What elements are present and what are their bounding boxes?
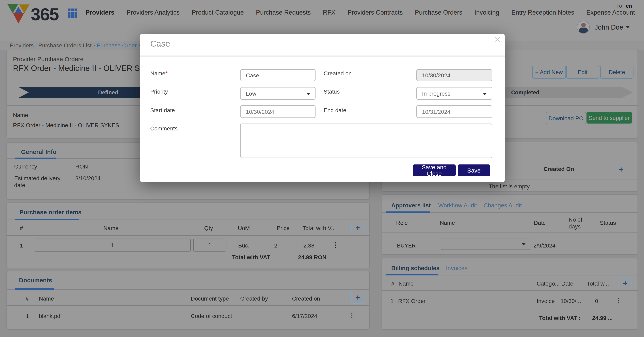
nav-item-purchase-requests[interactable]: Purchase Requests: [256, 9, 311, 16]
tab-underline: [386, 274, 438, 276]
add-document-button[interactable]: +: [351, 292, 364, 304]
comments-textarea[interactable]: [240, 124, 492, 158]
row-divider: [7, 253, 370, 253]
currency-label: Currency: [14, 163, 37, 170]
col-type: Document type: [191, 295, 229, 302]
app-logo[interactable]: [7, 3, 30, 24]
add-case-button[interactable]: +: [615, 164, 628, 176]
tab-general-info[interactable]: General Info: [21, 148, 56, 155]
row-created-on: 6/17/2024: [292, 313, 317, 319]
tab-underline: [15, 219, 79, 220]
start-date-input[interactable]: [240, 105, 316, 118]
lang-en[interactable]: en: [626, 3, 632, 9]
documents-card: Documents # Name Document type Created b…: [6, 271, 370, 330]
nav-item-rfx[interactable]: RFX: [323, 9, 335, 16]
tab-billing-schedules[interactable]: Billing schedules: [391, 265, 440, 272]
po-subtitle: Provider Purchase Ordere: [13, 56, 84, 62]
lang-ro[interactable]: ro: [617, 3, 622, 9]
row-category: Invoice: [537, 298, 555, 304]
created-on-label: Created on: [324, 70, 352, 76]
avatar-head: [581, 23, 586, 27]
col-qty: Qty: [193, 225, 224, 231]
logo-365-text: 365: [31, 4, 59, 24]
save-button[interactable]: Save: [458, 164, 490, 176]
user-name[interactable]: John Doe: [594, 24, 623, 31]
nav-item-expense-account[interactable]: Expense Account: [586, 9, 635, 16]
add-billing-button[interactable]: +: [618, 278, 632, 289]
total-value: 24.99 ...: [592, 315, 612, 321]
col-name: Name: [34, 225, 188, 231]
send-to-supplier-button[interactable]: Send to supplier: [586, 112, 632, 124]
col-created-on: Created on: [292, 295, 320, 302]
tab-changes-audit[interactable]: Changes Audit: [484, 202, 522, 208]
avatar[interactable]: [577, 21, 590, 34]
add-po-item-button[interactable]: +: [351, 222, 364, 234]
total-value: 24.99 RON: [298, 254, 326, 260]
approver-name-select[interactable]: [441, 238, 530, 250]
row-uom: Buc.: [232, 242, 256, 249]
delivery-value: 3/10/2024: [75, 175, 101, 182]
edit-button[interactable]: Edit: [566, 66, 599, 78]
row-actions-kebab-icon[interactable]: ⋮: [332, 241, 339, 249]
status-select[interactable]: In progress: [416, 87, 492, 100]
save-and-close-button[interactable]: Save and Close: [413, 164, 456, 176]
col-price: Price: [277, 225, 290, 231]
start-date-label: Start date: [150, 107, 175, 114]
header-divider: [7, 306, 370, 306]
col-name: Name: [440, 220, 455, 226]
col-num: #: [391, 280, 394, 287]
currency-value: RON: [75, 163, 88, 170]
nav-item-product-catalogue[interactable]: Product Catalogue: [192, 9, 244, 16]
tab-divider: [7, 289, 370, 290]
required-asterisk: *: [166, 70, 168, 76]
row-date: 2/9/2024: [534, 242, 556, 249]
row-actions-kebab-icon[interactable]: ⋮: [616, 296, 622, 304]
col-name: Name: [398, 280, 414, 287]
nav-item-entry-reception-notes[interactable]: Entry Reception Notes: [511, 9, 574, 16]
user-menu-caret-icon: [626, 26, 630, 28]
row-role: BUYER: [397, 242, 416, 249]
col-total: Total with V...: [302, 225, 336, 231]
add-new-button[interactable]: + Add New: [532, 66, 566, 78]
nav-item-invoicing[interactable]: Invoicing: [474, 9, 499, 16]
po-title: RFX Order - Medicine II - OLIVER SYKES: [13, 64, 161, 73]
modal-header-divider: [140, 56, 505, 57]
tab-approvers-list[interactable]: Approvers list: [391, 202, 431, 208]
col-date: Date: [561, 280, 573, 287]
main-nav: Providers Providers Analytics Product Ca…: [86, 9, 635, 16]
tab-po-items[interactable]: Purchase order items: [20, 208, 82, 216]
name-input[interactable]: [240, 69, 316, 81]
nav-item-providers-analytics[interactable]: Providers Analytics: [126, 9, 180, 16]
tab-documents[interactable]: Documents: [19, 277, 52, 284]
status-value: In progress: [422, 90, 450, 96]
avatar-body: [579, 28, 588, 34]
row-total: 0: [595, 298, 598, 304]
modal-close-icon[interactable]: ×: [494, 34, 500, 44]
row-name: blank.pdf: [39, 313, 62, 319]
priority-select[interactable]: Low: [240, 87, 316, 100]
col-status: Status: [600, 220, 616, 226]
name-label-text: Name: [150, 70, 166, 76]
nav-item-providers[interactable]: Providers: [86, 9, 114, 16]
end-date-input[interactable]: [416, 105, 492, 118]
priority-value: Low: [246, 90, 256, 96]
delete-button[interactable]: Delete: [600, 66, 634, 78]
download-po-button[interactable]: Download PO: [546, 112, 586, 124]
row-total: 2.38: [303, 242, 314, 249]
tab-invoices[interactable]: Invoices: [446, 265, 468, 272]
total-label: Total with VAT :: [539, 315, 580, 321]
item-name-input[interactable]: [34, 238, 191, 252]
row-price: 2: [274, 242, 278, 249]
nav-item-purchase-orders[interactable]: Purchase Orders: [415, 9, 462, 16]
empty-list-text: The list is empty.: [382, 183, 638, 190]
apps-grid-icon[interactable]: [68, 8, 77, 18]
tab-workflow-audit[interactable]: Workflow Audit: [438, 202, 477, 208]
stage-label-defined: Defined: [96, 90, 121, 96]
nav-item-providers-contracts[interactable]: Providers Contracts: [348, 9, 402, 16]
item-qty-input[interactable]: [193, 238, 226, 252]
breadcrumb-path[interactable]: Providers | Purchase Orders List: [10, 42, 92, 48]
tab-underline: [386, 212, 430, 213]
priority-caret-icon: [306, 93, 310, 95]
row-divider: [382, 309, 638, 309]
row-actions-kebab-icon[interactable]: ⋮: [349, 312, 355, 319]
